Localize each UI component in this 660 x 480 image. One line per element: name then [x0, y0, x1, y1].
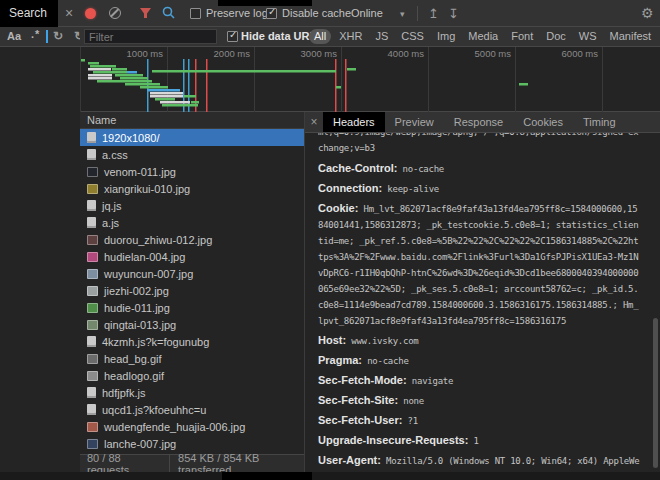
headers-content: ml;q=0.9,image/webp,image/apng,*/*;q=0.8…: [305, 133, 660, 472]
scrollbar-thumb[interactable]: [653, 318, 658, 468]
background-window-black-rect: [222, 472, 312, 480]
request-row[interactable]: head_bg.gif: [80, 350, 304, 367]
filter-pill-xhr[interactable]: XHR: [334, 29, 367, 44]
request-name: jiezhi-002.jpg: [104, 285, 169, 297]
request-row[interactable]: qingtai-013.jpg: [80, 316, 304, 333]
request-row[interactable]: venom-011.jpg: [80, 163, 304, 180]
request-name: duorou_zhiwu-012.jpg: [104, 234, 212, 246]
tab-headers[interactable]: Headers: [323, 112, 385, 132]
request-row[interactable]: jiezhi-002.jpg: [80, 282, 304, 299]
clear-network-log-icon[interactable]: [109, 7, 121, 19]
name-column-header[interactable]: Name: [80, 112, 304, 129]
tab-response[interactable]: Response: [444, 112, 514, 132]
header-value: navigate: [407, 376, 454, 386]
header-value: none: [398, 396, 424, 406]
request-row[interactable]: wudengfende_huajia-006.jpg: [80, 418, 304, 435]
load-event-line: [335, 59, 337, 112]
waterfall-bar: [150, 95, 183, 98]
tab-timing[interactable]: Timing: [573, 112, 626, 132]
preserve-log-checkbox[interactable]: [190, 8, 201, 19]
summary-bar: 80 / 88 requests 854 KB / 854 KB transfe…: [80, 454, 304, 472]
filter-pill-manifest[interactable]: Manifest: [605, 29, 657, 44]
requests-panel: Name 1920x1080/a.cssvenom-011.jpgxiangri…: [80, 112, 305, 472]
filter-pill-js[interactable]: JS: [370, 29, 393, 44]
waterfall-bar: [140, 86, 168, 89]
request-name: hudie-011.jpg: [104, 302, 170, 314]
export-har-icon[interactable]: ↧: [448, 6, 459, 21]
request-row[interactable]: wuyuncun-007.jpg: [80, 265, 304, 282]
network-overview[interactable]: 1000 ms2000 ms3000 ms4000 ms5000 ms6000 …: [80, 47, 660, 112]
close-details-icon[interactable]: ×: [305, 112, 323, 132]
clipped-header-line: ml;q=0.9,image/webp,image/apng,*/*;q=0.8…: [318, 133, 640, 156]
header-name: Sec-Fetch-Site:: [318, 394, 398, 406]
image-thumbnail-icon: [87, 269, 98, 279]
filter-input[interactable]: [84, 29, 217, 44]
time-tick-label: 1000 ms: [127, 48, 164, 59]
network-filter-bar: Aa .* ↻ ↻ Hide data URLs AllXHRJSCSSImgM…: [0, 27, 660, 47]
request-row[interactable]: uqcd1.js?kfoeuhhc=u: [80, 401, 304, 418]
waterfall-bar: [120, 77, 148, 80]
import-har-icon[interactable]: ↥: [428, 6, 439, 21]
chevron-down-icon[interactable]: ▾: [400, 9, 405, 19]
header-name: Cache-Control:: [318, 162, 397, 174]
clipped-refresh-icon[interactable]: ↻: [74, 29, 80, 43]
filter-pill-css[interactable]: CSS: [396, 29, 429, 44]
refresh-search-icon[interactable]: ↻: [53, 29, 63, 43]
request-row[interactable]: headlogo.gif: [80, 367, 304, 384]
hide-data-urls-checkbox[interactable]: [227, 31, 238, 42]
tab-cookies[interactable]: Cookies: [513, 112, 573, 132]
request-name: wuyuncun-007.jpg: [104, 268, 193, 280]
image-thumbnail-icon: [87, 354, 98, 364]
header-name: Cookie:: [318, 202, 358, 214]
throttling-select[interactable]: Online: [351, 7, 383, 19]
filter-pill-ws[interactable]: WS: [574, 29, 602, 44]
request-name: lanche-007.jpg: [104, 438, 176, 450]
request-row[interactable]: a.css: [80, 146, 304, 163]
request-row[interactable]: 1920x1080/: [80, 129, 304, 146]
request-row[interactable]: a.js: [80, 214, 304, 231]
header-value: keep-alive: [382, 184, 439, 194]
request-row[interactable]: lanche-007.jpg: [80, 435, 304, 452]
filter-funnel-icon[interactable]: [139, 7, 152, 20]
image-thumbnail-icon: [87, 235, 98, 245]
header-name: Sec-Fetch-Mode:: [318, 374, 407, 386]
close-search-icon[interactable]: ×: [61, 5, 77, 21]
request-row[interactable]: hudielan-004.jpg: [80, 248, 304, 265]
request-row[interactable]: jq.js: [80, 197, 304, 214]
match-case-toggle[interactable]: Aa: [7, 30, 21, 42]
time-tick-label: 4000 ms: [388, 48, 425, 59]
response-header-line: Sec-Fetch-Site: none: [318, 393, 640, 409]
header-value: ?1: [402, 416, 418, 426]
request-row[interactable]: duorou_zhiwu-012.jpg: [80, 231, 304, 248]
request-row[interactable]: 4kzmh.js?k=fogunubg: [80, 333, 304, 350]
request-row[interactable]: hdfjpfk.js: [80, 384, 304, 401]
disable-cache-checkbox[interactable]: [266, 8, 277, 19]
overview-waterfall-chart[interactable]: 1000 ms2000 ms3000 ms4000 ms5000 ms6000 …: [80, 47, 660, 112]
header-name: Pragma:: [318, 354, 362, 366]
image-thumbnail-icon: [87, 252, 98, 262]
image-thumbnail-icon: [87, 184, 98, 194]
filter-pill-img[interactable]: Img: [432, 29, 460, 44]
waterfall-bar: [347, 68, 356, 71]
search-network-icon[interactable]: [162, 6, 175, 19]
header-value: no-cache: [397, 164, 444, 174]
record-network-log-button[interactable]: [85, 8, 96, 19]
request-row[interactable]: hudie-011.jpg: [80, 299, 304, 316]
search-drawer-tab[interactable]: Search: [0, 0, 58, 27]
header-value: www.ivsky.com: [346, 336, 418, 346]
filter-pill-doc[interactable]: Doc: [541, 29, 571, 44]
request-row[interactable]: xiangrikui-010.jpg: [80, 180, 304, 197]
response-header-line: Pragma: no-cache: [318, 353, 640, 369]
filter-pill-font[interactable]: Font: [506, 29, 538, 44]
settings-gear-icon[interactable]: ⚙: [641, 5, 654, 21]
tab-preview[interactable]: Preview: [385, 112, 444, 132]
response-header-line: Upgrade-Insecure-Requests: 1: [318, 433, 640, 449]
header-name: User-Agent:: [318, 454, 381, 466]
header-value: Hm_lvt_862071acf8e9faf43a13fd4ea795ff8c=…: [318, 204, 638, 326]
load-event-line: [345, 59, 347, 112]
filter-pill-all[interactable]: All: [309, 29, 331, 44]
regex-toggle[interactable]: .*: [31, 28, 40, 40]
waterfall-bar: [88, 68, 111, 71]
waterfall-bar: [127, 71, 137, 74]
filter-pill-media[interactable]: Media: [463, 29, 503, 44]
